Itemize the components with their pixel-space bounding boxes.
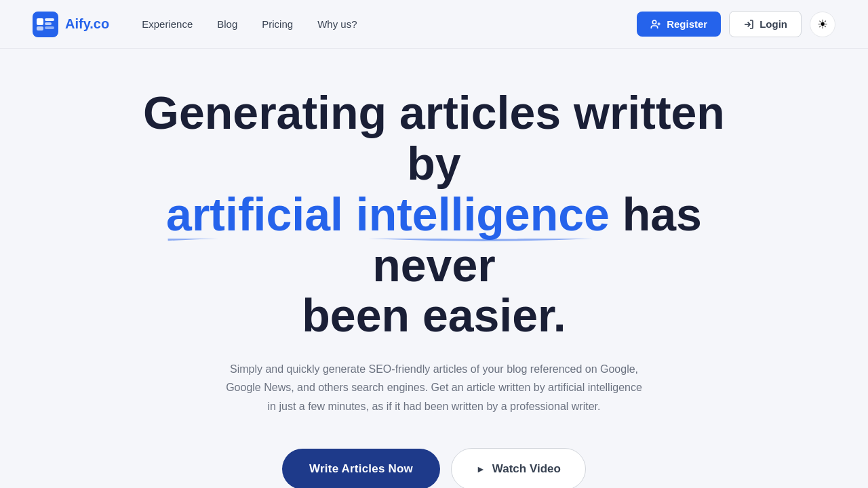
logo-icon [33,12,58,37]
watch-video-label: Watch Video [492,462,561,476]
hero-subtitle: Simply and quickly generate SEO-friendly… [224,360,644,415]
login-button[interactable]: Login [729,11,802,37]
hero-title-part1: Generating articles written by [143,87,725,189]
logo-link[interactable]: Aify.co [33,12,109,37]
svg-rect-1 [37,18,43,25]
hero-section: Generating articles written by artificia… [0,49,868,488]
register-button[interactable]: Register [637,12,721,37]
nav-item-blog[interactable]: Blog [217,18,237,30]
login-label: Login [760,18,787,30]
nav-link-blog[interactable]: Blog [217,18,237,30]
svg-rect-4 [45,22,52,25]
svg-rect-5 [45,26,54,29]
user-plus-icon [650,19,661,30]
nav-left: Aify.co Experience Blog Pricing Why us? [33,12,357,37]
hero-title: Generating articles written by artificia… [129,87,739,341]
sun-icon: ☀ [817,17,828,32]
nav-item-pricing[interactable]: Pricing [262,18,293,30]
svg-rect-2 [37,26,43,30]
navbar: Aify.co Experience Blog Pricing Why us? [0,0,868,49]
nav-link-whyus[interactable]: Why us? [317,18,357,30]
login-icon [743,19,754,30]
nav-link-pricing[interactable]: Pricing [262,18,293,30]
svg-rect-3 [45,18,54,21]
nav-item-whyus[interactable]: Why us? [317,18,357,30]
theme-toggle-button[interactable]: ☀ [810,12,835,37]
watch-video-button[interactable]: ► Watch Video [451,448,586,488]
logo-text: Aify.co [65,16,109,32]
nav-right: Register Login ☀ [637,11,835,37]
register-label: Register [667,18,707,30]
nav-links: Experience Blog Pricing Why us? [142,18,357,30]
nav-item-experience[interactable]: Experience [142,18,193,30]
nav-link-experience[interactable]: Experience [142,18,193,30]
hero-title-ai: artificial intelligence [166,188,610,240]
svg-point-6 [652,20,656,24]
play-icon: ► [476,464,486,474]
hero-buttons: Write Articles Now ► Watch Video [282,448,586,488]
write-articles-button[interactable]: Write Articles Now [282,449,440,488]
